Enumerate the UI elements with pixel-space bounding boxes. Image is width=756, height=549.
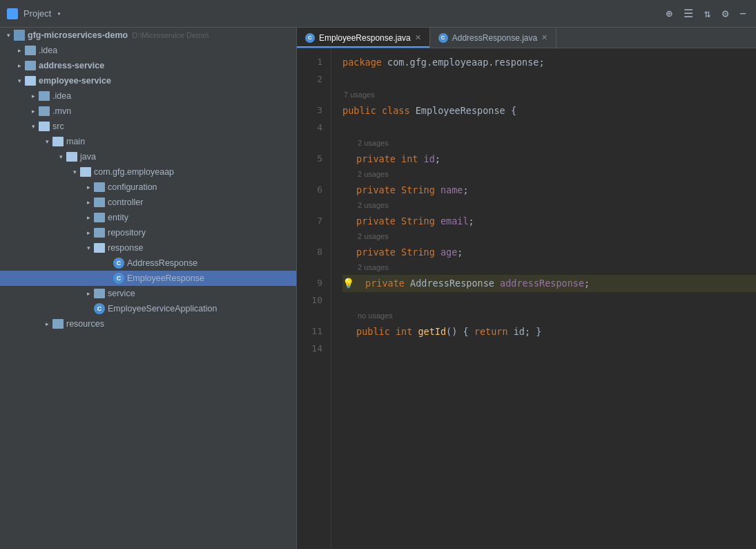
kw-return: return	[474, 325, 508, 340]
tree-service[interactable]: service	[0, 286, 296, 301]
tree-resources[interactable]: resources	[0, 316, 296, 331]
tree-entity[interactable]: entity	[0, 210, 296, 225]
service-label: service	[108, 289, 135, 298]
code-line-11: public int getId() { return id; }	[342, 323, 756, 340]
tree-main[interactable]: main	[0, 134, 296, 149]
idea2-label: .idea	[52, 91, 71, 101]
config-folder	[94, 182, 105, 192]
code-line-5: private int id;	[342, 151, 756, 168]
employee-folder-icon	[25, 76, 36, 86]
controller-folder	[94, 198, 105, 207]
tree-emp-service-app[interactable]: C EmployeeServiceApplication	[0, 301, 296, 316]
usage-hint-none: no usages	[342, 309, 756, 323]
type-string-3: String	[401, 245, 435, 260]
java-arrow	[55, 151, 66, 162]
main-area: gfg-microservices-demo D:\Microservice D…	[0, 28, 756, 549]
kw-public: public	[342, 104, 376, 119]
usage-hint-id: 2 usages	[342, 137, 756, 151]
employee-service-label: employee-service	[39, 76, 111, 86]
code-line-6: private String name;	[342, 182, 756, 199]
kw-package: package	[342, 55, 382, 70]
tree-idea1[interactable]: .idea	[0, 43, 296, 58]
field-id: id	[424, 152, 435, 167]
semicolon-1: ;	[539, 55, 545, 70]
tree-mvn[interactable]: .mvn	[0, 104, 296, 119]
mvn-arrow	[28, 106, 39, 117]
globe-icon[interactable]: ⊕	[663, 6, 675, 21]
tree-idea2[interactable]: .idea	[0, 88, 296, 104]
usage-hint-age-text: 2 usages	[342, 231, 389, 243]
tab-employee-response[interactable]: C EmployeeResponse.java ✕	[297, 28, 430, 48]
ln-usage6	[302, 261, 322, 275]
type-string-2: String	[401, 214, 435, 229]
config-label: configuration	[108, 182, 157, 192]
usage-hint-addr-text: 2 usages	[342, 262, 389, 274]
editor-area: C EmployeeResponse.java ✕ C AddressRespo…	[297, 28, 756, 549]
repo-arrow	[83, 227, 94, 238]
tree-root[interactable]: gfg-microservices-demo D:\Microservice D…	[0, 28, 296, 43]
emp-response-java-icon: C	[113, 273, 124, 284]
tree-employee-service[interactable]: employee-service	[0, 73, 296, 88]
kw-private-2: private	[356, 183, 396, 198]
usage-hint-7-text: 7 usages	[342, 89, 375, 102]
align-icon[interactable]: ☰	[681, 6, 696, 21]
code-line-14	[342, 340, 756, 358]
tab-employee-java-icon: C	[305, 33, 315, 43]
idea1-folder-icon	[25, 46, 36, 55]
project-label: Project	[23, 8, 51, 19]
emp-app-label: EmployeeServiceApplication	[108, 304, 217, 314]
type-int: int	[401, 152, 418, 167]
root-path: D:\Microservice Demo\	[132, 31, 209, 39]
tree-address-response[interactable]: C AddressResponse	[0, 256, 296, 271]
tree-address-service[interactable]: address-service	[0, 58, 296, 73]
addr-response-label: AddressResponse	[127, 258, 197, 268]
idea2-arrow	[28, 90, 39, 102]
package-arrow	[69, 166, 80, 177]
minimize-icon[interactable]: −	[737, 6, 749, 21]
emp-response-arrow	[102, 273, 113, 284]
tree-controller[interactable]: controller	[0, 195, 296, 210]
package-folder	[80, 167, 91, 177]
entity-label: entity	[108, 213, 128, 222]
tab-address-close[interactable]: ✕	[541, 33, 547, 42]
tree-repository[interactable]: repository	[0, 225, 296, 240]
ln-1: 1	[302, 54, 322, 71]
code-line-1: package com.gfg.employeaap.response;	[342, 54, 756, 71]
type-int-2: int	[396, 325, 412, 340]
tree-java[interactable]: java	[0, 149, 296, 164]
kw-private-5: private	[365, 276, 405, 291]
tree-configuration[interactable]: configuration	[0, 180, 296, 195]
response-folder	[94, 243, 105, 253]
controller-label: controller	[108, 198, 143, 207]
project-arrow: ▾	[57, 10, 61, 17]
ln-usage4	[302, 199, 322, 213]
code-line-7: private String email;	[342, 213, 756, 230]
code-content: package com.gfg.employeaap.response; 7 u…	[331, 48, 756, 549]
java-label: java	[80, 152, 96, 162]
usage-hint-age: 2 usages	[342, 230, 756, 244]
ln-11: 11	[302, 323, 322, 340]
ln-usage5	[302, 230, 322, 244]
tree-response[interactable]: response	[0, 240, 296, 256]
ln-7: 7	[302, 213, 322, 230]
kw-class: class	[382, 104, 410, 119]
usage-hint-email-text: 2 usages	[342, 200, 389, 212]
tree-src[interactable]: src	[0, 119, 296, 134]
emp-app-java-icon: C	[94, 303, 105, 314]
filter-icon[interactable]: ⇅	[701, 6, 714, 21]
kw-public-2: public	[356, 325, 390, 340]
settings-icon[interactable]: ⚙	[719, 6, 732, 21]
tree-employee-response[interactable]: C EmployeeResponse	[0, 271, 296, 286]
field-id-ref: id	[514, 325, 525, 340]
toolbar: Project ▾ ⊕ ☰ ⇅ ⚙ −	[0, 0, 756, 28]
main-label: main	[66, 137, 85, 146]
semi-id: ;	[435, 152, 440, 167]
type-addr: AddressResponse	[410, 276, 494, 291]
tab-address-response[interactable]: C AddressResponse.java ✕	[430, 28, 556, 48]
emp-app-arrow	[83, 303, 94, 314]
tree-package[interactable]: com.gfg.employeaap	[0, 164, 296, 180]
tab-employee-close[interactable]: ✕	[415, 33, 421, 42]
code-editor[interactable]: 1 2 3 4 5 6 7 8 9 10	[297, 48, 756, 549]
mvn-folder	[39, 106, 50, 116]
kw-private-3: private	[356, 214, 396, 229]
